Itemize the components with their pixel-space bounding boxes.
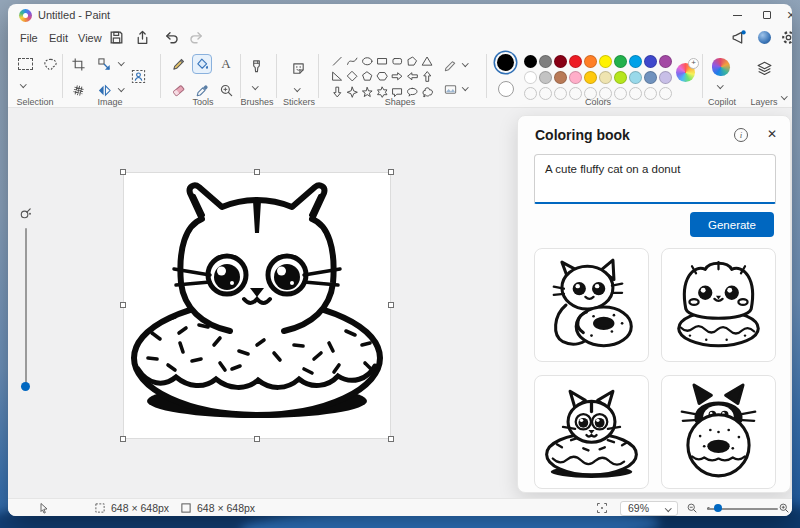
empty-color-slot[interactable] <box>659 87 672 100</box>
generated-thumbnail-tuxedo-cat-behind-donut[interactable] <box>661 375 776 489</box>
shape-arrow-right[interactable] <box>390 69 405 85</box>
size-slider-track[interactable] <box>25 228 27 386</box>
color-swatch-c8bfe7[interactable] <box>659 71 672 84</box>
flip-dropdown-chevron[interactable] <box>118 85 124 91</box>
color-swatch-00a2e8[interactable] <box>629 55 642 68</box>
size-slider-thumb[interactable] <box>21 382 30 391</box>
selection-handle[interactable] <box>254 436 260 442</box>
zoom-level-dropdown[interactable]: 69% <box>620 501 678 516</box>
copilot-button[interactable] <box>711 57 731 77</box>
collapse-ribbon-chevron[interactable] <box>781 93 787 99</box>
maximize-button[interactable] <box>754 4 780 26</box>
canvas[interactable] <box>124 173 390 438</box>
menu-file[interactable]: File <box>16 30 42 46</box>
pencil-tool-button[interactable] <box>168 54 188 74</box>
selection-handle[interactable] <box>120 302 126 308</box>
feedback-button[interactable] <box>730 29 747 46</box>
shape-star-4[interactable] <box>345 84 360 100</box>
selection-dropdown-chevron[interactable] <box>20 81 26 87</box>
color-swatch-22b14c[interactable] <box>614 55 627 68</box>
menu-view[interactable]: View <box>74 30 106 46</box>
resize-dropdown-chevron[interactable] <box>118 59 124 65</box>
generated-thumbnail-cat-inside-donut[interactable] <box>534 375 649 489</box>
shape-line[interactable] <box>330 53 345 69</box>
color-swatch-ff7f27[interactable] <box>584 55 597 68</box>
shape-hexagon[interactable] <box>375 69 390 85</box>
text-tool-button[interactable]: A <box>216 54 236 74</box>
shape-outline-button[interactable] <box>440 55 460 75</box>
shape-fill-button[interactable] <box>440 79 460 99</box>
layers-button[interactable] <box>754 58 774 78</box>
info-icon[interactable]: i <box>734 128 748 142</box>
empty-color-slot[interactable] <box>554 87 567 100</box>
pattern-button[interactable] <box>68 80 88 100</box>
fill-dropdown-chevron[interactable] <box>462 84 468 90</box>
stickers-dropdown-chevron[interactable] <box>294 85 300 91</box>
brushes-dropdown-chevron[interactable] <box>252 83 258 89</box>
copilot-dropdown-chevron[interactable] <box>717 82 723 88</box>
color-swatch-3f48cc[interactable] <box>644 55 657 68</box>
menu-edit[interactable]: Edit <box>45 30 72 46</box>
color-swatch-c3c3c3[interactable] <box>539 71 552 84</box>
remove-background-button[interactable] <box>128 66 148 86</box>
outline-dropdown-chevron[interactable] <box>462 60 468 66</box>
foreground-color-swatch[interactable] <box>497 54 514 71</box>
shape-arrow-down[interactable] <box>330 84 345 100</box>
selection-handle[interactable] <box>388 436 394 442</box>
color-swatch-ffaec9[interactable] <box>569 71 582 84</box>
account-button[interactable] <box>756 29 773 46</box>
minimize-button[interactable] <box>724 4 750 26</box>
color-swatch-000000[interactable] <box>524 55 537 68</box>
zoom-out-button[interactable] <box>686 499 698 516</box>
brushes-button[interactable] <box>246 56 266 76</box>
fit-to-screen-button[interactable] <box>596 499 608 516</box>
color-swatch-ffffff[interactable] <box>524 71 537 84</box>
selection-handle[interactable] <box>388 169 394 175</box>
shape-curve[interactable] <box>345 53 360 69</box>
resize-button[interactable] <box>94 54 114 74</box>
prompt-input[interactable]: A cute fluffy cat on a donut <box>534 154 776 204</box>
generated-thumbnail-fluffy-cat-on-donut[interactable] <box>661 248 776 362</box>
zoom-slider-thumb[interactable] <box>714 504 722 512</box>
color-swatch-efe4b0[interactable] <box>599 71 612 84</box>
color-swatch-880015[interactable] <box>554 55 567 68</box>
freeform-select-button[interactable] <box>40 54 60 74</box>
selection-handle[interactable] <box>254 169 260 175</box>
empty-color-slot[interactable] <box>644 87 657 100</box>
color-swatch-99d9ea[interactable] <box>629 71 642 84</box>
generate-button[interactable]: Generate <box>690 212 774 237</box>
color-swatch-b97a57[interactable] <box>554 71 567 84</box>
empty-color-slot[interactable] <box>629 87 642 100</box>
color-swatch-ed1c24[interactable] <box>569 55 582 68</box>
crop-button[interactable] <box>68 54 88 74</box>
shape-thought-bubble[interactable] <box>420 84 435 100</box>
background-color-swatch[interactable] <box>498 81 514 97</box>
color-swatch-ffc90e[interactable] <box>584 71 597 84</box>
shape-oval[interactable] <box>360 53 375 69</box>
redo-button[interactable] <box>188 29 205 46</box>
undo-button[interactable] <box>163 29 180 46</box>
shape-triangle[interactable] <box>420 53 435 69</box>
save-button[interactable] <box>108 29 125 46</box>
color-swatch-b5e61d[interactable] <box>614 71 627 84</box>
empty-color-slot[interactable] <box>524 87 537 100</box>
color-swatch-7092be[interactable] <box>644 71 657 84</box>
fill-tool-button[interactable] <box>192 54 212 74</box>
selection-handle[interactable] <box>120 169 126 175</box>
shape-pentagon[interactable] <box>360 69 375 85</box>
empty-color-slot[interactable] <box>539 87 552 100</box>
share-button[interactable] <box>134 29 151 46</box>
color-swatch-7f7f7f[interactable] <box>539 55 552 68</box>
close-button[interactable]: ✕ <box>778 4 792 26</box>
edit-colors-button[interactable] <box>676 63 695 82</box>
magnifier-tool-button[interactable] <box>216 80 236 100</box>
shape-star-5[interactable] <box>360 84 375 100</box>
shape-polygon[interactable] <box>405 53 420 69</box>
shape-arrow-left[interactable] <box>405 69 420 85</box>
selection-handle[interactable] <box>388 302 394 308</box>
shape-rectangle[interactable] <box>375 53 390 69</box>
panel-close-button[interactable]: ✕ <box>764 126 780 142</box>
eraser-tool-button[interactable] <box>168 80 188 100</box>
color-swatch-a349a4[interactable] <box>659 55 672 68</box>
zoom-in-button[interactable] <box>778 499 790 516</box>
